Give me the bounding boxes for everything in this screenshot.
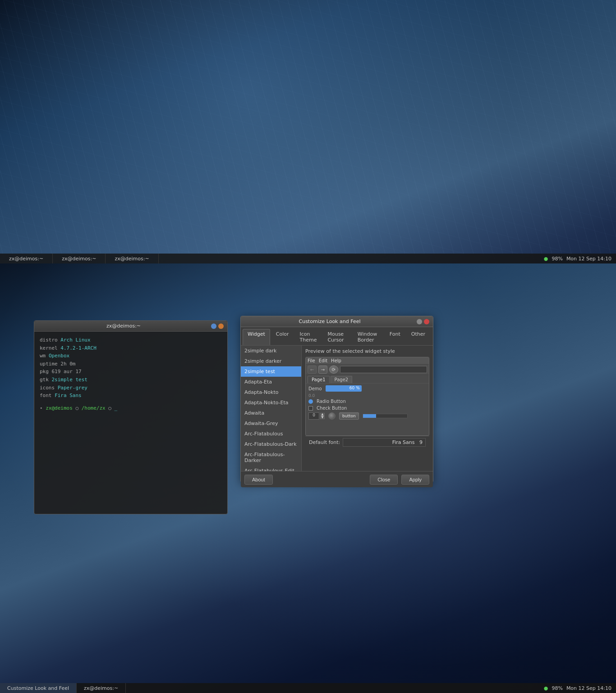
theme-item-arc-flatabulous-edit[interactable]: Arc-Flatabulous-Edit: [241, 466, 301, 471]
preview-tab-page1[interactable]: Page1: [308, 376, 330, 383]
dialog-body: 2simple dark 2simple darker 2simple test…: [241, 346, 433, 471]
preview-spinbox-down[interactable]: ▼: [320, 416, 325, 419]
terminal-title: zx@deimos:~: [38, 323, 209, 329]
close-button[interactable]: Close: [370, 475, 398, 485]
dialog-tabs: Widget Color Icon Theme Mouse Cursor Win…: [241, 327, 433, 346]
tab-font[interactable]: Font: [385, 329, 405, 345]
taskbar-top-right: ● 98% Mon 12 Sep 14:10: [544, 256, 616, 262]
terminal-line-font: font Fira Sans: [40, 392, 222, 400]
preview-circle-btn[interactable]: [328, 412, 336, 420]
tab-other[interactable]: Other: [406, 329, 430, 345]
preview-progress-text: 60 %: [349, 386, 360, 390]
theme-item-2simple-test[interactable]: 2simple test: [241, 366, 301, 377]
dialog-close-btn[interactable]: [424, 319, 429, 324]
preview-progress-bar: 60 %: [326, 385, 362, 392]
taskbar-bottom-item-dialog[interactable]: Customize Look and Feel: [0, 683, 77, 693]
tab-widget[interactable]: Widget: [243, 329, 270, 345]
preview-nav-back[interactable]: ←: [308, 365, 317, 374]
taskbar-bottom-item-terminal[interactable]: zx@deimos:~: [77, 683, 126, 693]
preview-toolbar: ← → ⟳: [306, 365, 429, 375]
preview-menu-file[interactable]: File: [308, 358, 315, 363]
preview-area: Preview of the selected widget style Fil…: [302, 346, 433, 471]
dialog-title: Customize Look and Feel: [244, 319, 415, 324]
terminal-line-distro: distro Arch Linux: [40, 336, 222, 344]
terminal-window: zx@deimos:~ distro Arch Linux kernel 4.7…: [34, 320, 228, 514]
terminal-prompt-line: • zx@deimos ○ /home/zx ○ _: [40, 404, 222, 412]
terminal-line-pkg: pkg 619 aur 17: [40, 368, 222, 376]
preview-tab-page2[interactable]: Page2: [331, 376, 353, 383]
preview-label: Preview of the selected widget style: [305, 348, 429, 354]
preview-content: Demo 60 % 0.0 Radio Button Check Button: [306, 383, 429, 423]
customize-dialog: Customize Look and Feel Widget Color Ico…: [240, 316, 433, 483]
terminal-line-wm: wm Openbox: [40, 352, 222, 360]
terminal-btn-blue[interactable]: [211, 323, 216, 329]
preview-bottom-fill: [363, 414, 376, 418]
theme-item-2simple-darker[interactable]: 2simple darker: [241, 356, 301, 366]
tab-color[interactable]: Color: [271, 329, 294, 345]
tab-icon-theme[interactable]: Icon Theme: [294, 329, 322, 345]
preview-check-label: Check Button: [317, 406, 347, 411]
preview-row-radio: Radio Button: [308, 399, 426, 404]
preview-demo-label: Demo: [308, 386, 322, 391]
preview-row-check: Check Button: [308, 406, 426, 411]
theme-item-adapta-eta[interactable]: Adapta-Eta: [241, 377, 301, 387]
terminal-line-gtk: gtk 2simple test: [40, 376, 222, 384]
taskbar-item-terminal-3[interactable]: zx@deimos:~: [106, 254, 158, 263]
apply-button[interactable]: Apply: [401, 475, 429, 485]
theme-item-adapta-nokto-eta[interactable]: Adapta-Nokto-Eta: [241, 397, 301, 408]
preview-widget: File Edit Help ← → ⟳ Page1 Page2: [305, 357, 429, 436]
battery-dot-icon: ●: [544, 256, 548, 262]
datetime-display: Mon 12 Sep 14:10: [566, 256, 611, 262]
dialog-maximize-btn[interactable]: [417, 319, 422, 324]
preview-row-demo: Demo 60 %: [308, 385, 426, 392]
taskbar-item-terminal-2[interactable]: zx@deimos:~: [53, 254, 106, 263]
tab-mouse-cursor[interactable]: Mouse Cursor: [322, 329, 351, 345]
preview-bottom-progress: [363, 414, 408, 418]
preview-tabs-bar: Page1 Page2: [306, 375, 429, 383]
datetime-bottom: Mon 12 Sep 14:10: [566, 685, 611, 691]
terminal-line-uptime: uptime 2h 0m: [40, 360, 222, 368]
font-value-display[interactable]: Fira Sans 9: [343, 438, 426, 447]
preview-spinbox: 0 ▲ ▼: [308, 412, 325, 420]
terminal-titlebar: zx@deimos:~: [34, 321, 227, 332]
preview-menubar: File Edit Help: [306, 357, 429, 365]
battery-percentage-bottom: 98%: [552, 685, 562, 691]
theme-item-arc-flatabulous-darker[interactable]: Arc-Flatabulous-Darker: [241, 449, 301, 466]
theme-item-adwaita[interactable]: Adwaita: [241, 408, 301, 418]
terminal-line-icons: icons Paper-grey: [40, 384, 222, 392]
theme-item-arc-flatabulous-dark[interactable]: Arc-Flatabulous-Dark: [241, 439, 301, 449]
dialog-titlebar: Customize Look and Feel: [241, 316, 433, 327]
terminal-line-kernel: kernel 4.7.2-1-ARCH: [40, 344, 222, 352]
theme-item-2simple-dark[interactable]: 2simple dark: [241, 346, 301, 356]
preview-nav-reload[interactable]: ⟳: [329, 365, 338, 374]
terminal-content: distro Arch Linux kernel 4.7.2-1-ARCH wm…: [34, 332, 227, 416]
preview-nav-forward[interactable]: →: [318, 365, 327, 374]
battery-dot-bottom-icon: ●: [544, 685, 548, 691]
preview-menu-help[interactable]: Help: [331, 358, 341, 363]
preview-button[interactable]: button: [339, 412, 359, 420]
taskbar-item-terminal-1[interactable]: zx@deimos:~: [0, 254, 53, 263]
taskbar-bottom-right: ● 98% Mon 12 Sep 14:10: [544, 685, 616, 691]
tab-window-border[interactable]: Window Border: [353, 329, 384, 345]
taskbar-bottom: Customize Look and Feel zx@deimos:~ ● 98…: [0, 683, 616, 693]
theme-item-arc-flatabulous[interactable]: Arc-Flatabulous: [241, 429, 301, 439]
font-row: Default font: Fira Sans 9: [305, 436, 429, 448]
dialog-footer: About Close Apply: [241, 471, 433, 487]
taskbar-top: zx@deimos:~ zx@deimos:~ zx@deimos:~ ● 98…: [0, 254, 616, 263]
preview-radio-button[interactable]: [308, 399, 313, 404]
terminal-btn-close[interactable]: [218, 323, 224, 329]
preview-radio-label: Radio Button: [317, 399, 346, 404]
preview-row-spin: 0 ▲ ▼ button: [308, 412, 426, 420]
theme-item-adapta-nokto[interactable]: Adapta-Nokto: [241, 387, 301, 397]
font-label: Default font:: [309, 439, 340, 445]
battery-percentage: 98%: [552, 256, 562, 262]
theme-list[interactable]: 2simple dark 2simple darker 2simple test…: [241, 346, 302, 471]
preview-spinbox-input[interactable]: 0: [308, 412, 319, 420]
preview-check-button[interactable]: [308, 406, 313, 411]
preview-menu-edit[interactable]: Edit: [319, 358, 327, 363]
preview-spinbox-btns: ▲ ▼: [320, 413, 325, 419]
preview-url-bar[interactable]: [340, 366, 427, 373]
theme-item-adwaita-grey[interactable]: Adwaita-Grey: [241, 418, 301, 429]
about-button[interactable]: About: [244, 475, 273, 485]
